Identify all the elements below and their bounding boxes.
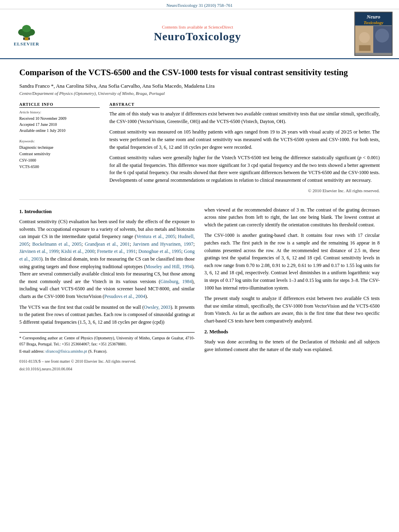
header-content: ELSEVIER Contents lists available at Sci…: [0, 9, 399, 58]
article-history-section: Article history: Received 10 November 20…: [19, 110, 100, 134]
email-link[interactable]: sfranco@fisica.uminho.pt: [45, 349, 87, 353]
intro-right-p2: The CSV-1000 is another grating-based ch…: [204, 232, 380, 292]
doi-line: doi:10.1016/j.neuro.2010.06.004: [19, 366, 195, 372]
intro-right-p3: The present study sought to analyze if d…: [204, 295, 380, 325]
intro-p2: The VCTS was the first test that could b…: [19, 304, 195, 326]
cite-ventura: Ventura et al., 2005: [136, 234, 175, 239]
sciencedirect-link: Contents lists available at ScienceDirec…: [47, 25, 348, 29]
intro-p1: Contrast sensitivity (CS) evaluation has…: [19, 218, 195, 300]
neuro-logo-image: [355, 25, 392, 55]
cite-jarv1: Jarvinen and Hyvarinen, 1997: [133, 241, 193, 247]
article-body-columns: 1. Introduction Contrast sensitivity (CS…: [19, 206, 380, 372]
cite-jarv2: Järvinen et al., 1999: [19, 249, 58, 254]
received-date: Received 10 November 2009: [19, 115, 100, 121]
methods-heading: 2. Methods: [204, 328, 380, 336]
copyright-line: © 2010 Elsevier Inc. All rights reserved…: [109, 188, 380, 193]
abstract-p2: Contrast sensitivity was measured on 105…: [109, 128, 380, 151]
cite-fren: Frenette et al., 1991: [97, 249, 136, 254]
keywords-section: Keywords: Diagnostic technique Contrast …: [19, 139, 100, 170]
svg-rect-6: [29, 37, 30, 40]
cite-kishi: Kishi et al., 2000: [61, 249, 95, 254]
intro-right-p1: when viewed at the recommended distance …: [204, 206, 380, 229]
keywords-label: Keywords:: [19, 139, 100, 143]
issn-line: 0161-813X/$ – see front matter © 2010 El…: [19, 358, 136, 365]
journal-header: NeuroToxicology 31 (2010) 758–761 ELSEVI…: [0, 0, 399, 59]
cite-grand: Grandjean et al., 2001: [85, 241, 130, 247]
svg-point-10: [359, 32, 370, 43]
available-date: Available online 1 July 2010: [19, 127, 100, 134]
methods-p1: Study was done according to the tenets o…: [204, 338, 380, 353]
elsevier-label: ELSEVIER: [14, 41, 39, 46]
svg-point-4: [22, 25, 31, 32]
section-divider: [19, 199, 380, 200]
cite-bockel: Bockelmann et al., 2005: [32, 241, 81, 247]
svg-point-11: [375, 29, 389, 42]
abstract-text: The aim of this study was to analyze if …: [109, 110, 380, 184]
affiliation: Centre/Department of Physics (Optometry)…: [19, 91, 380, 96]
journal-top-bar: NeuroToxicology 31 (2010) 758–761: [0, 2, 399, 9]
accepted-date: Accepted 17 June 2010: [19, 121, 100, 127]
abstract-label: ABSTRACT: [109, 102, 380, 108]
footnote-corresponding: * Corresponding author at: Centre of Phy…: [19, 335, 195, 347]
main-content: Comparison of the VCTS-6500 and the CSV-…: [0, 59, 399, 380]
elsevier-tree-icon: [12, 21, 41, 41]
keyword-2: Contrast sensitivity: [19, 151, 100, 157]
cite-dono: Donoghue et al., 1995: [138, 249, 181, 254]
journal-name: NeuroToxicology: [47, 30, 348, 43]
keyword-3: CSV-1000: [19, 157, 100, 164]
abstract-p3: Contrast sensitivity values were general…: [109, 154, 380, 184]
svg-rect-5: [23, 37, 25, 40]
elsevier-logo: ELSEVIER: [6, 21, 47, 46]
cite-pesud: Pesudovs et al., 2004: [104, 294, 145, 299]
footnote-email: E-mail address: sfranco@fisica.uminho.pt…: [19, 348, 195, 354]
article-right-col: when viewed at the recommended distance …: [204, 206, 380, 372]
bottom-bar: 0161-813X/$ – see front matter © 2010 El…: [19, 358, 195, 365]
article-info-label: ARTICLE INFO: [19, 102, 100, 108]
keyword-1: Diagnostic technique: [19, 144, 100, 151]
svg-rect-12: [359, 45, 371, 51]
footnote-area: * Corresponding author at: Centre of Phy…: [19, 332, 195, 354]
cite-owsley: Owsley, 2003: [144, 304, 171, 310]
journal-title-center: Contents lists available at ScienceDirec…: [47, 25, 348, 43]
neuro-logo-svg: [355, 25, 392, 53]
abstract-column: ABSTRACT The aim of this study was to an…: [109, 102, 380, 193]
keyword-4: VCTS-6500: [19, 164, 100, 170]
journal-citation: NeuroToxicology 31 (2010) 758–761: [167, 3, 233, 8]
article-left-col: 1. Introduction Contrast sensitivity (CS…: [19, 206, 195, 372]
article-title: Comparison of the VCTS-6500 and the CSV-…: [19, 67, 380, 78]
abstract-p1: The aim of this study was to analyze if …: [109, 110, 380, 125]
neuro-toxicology-logo: Neuro Toxicology: [354, 12, 393, 56]
cite-moseley: Moseley and Hill, 1994: [146, 264, 192, 269]
intro-heading: 1. Introduction: [19, 208, 195, 216]
article-history-label: Article history:: [19, 110, 100, 114]
cite-ginsburg: Ginsburg, 1984: [160, 279, 192, 284]
neuro-logo-text: Neuro Toxicology: [355, 12, 392, 25]
authors: Sandra Franco *, Ana Carolina Silva, Ana…: [19, 83, 380, 89]
neuro-logo-box: Neuro Toxicology: [348, 12, 393, 56]
article-info-abstract: ARTICLE INFO Article history: Received 1…: [19, 102, 380, 193]
article-info-column: ARTICLE INFO Article history: Received 1…: [19, 102, 100, 193]
